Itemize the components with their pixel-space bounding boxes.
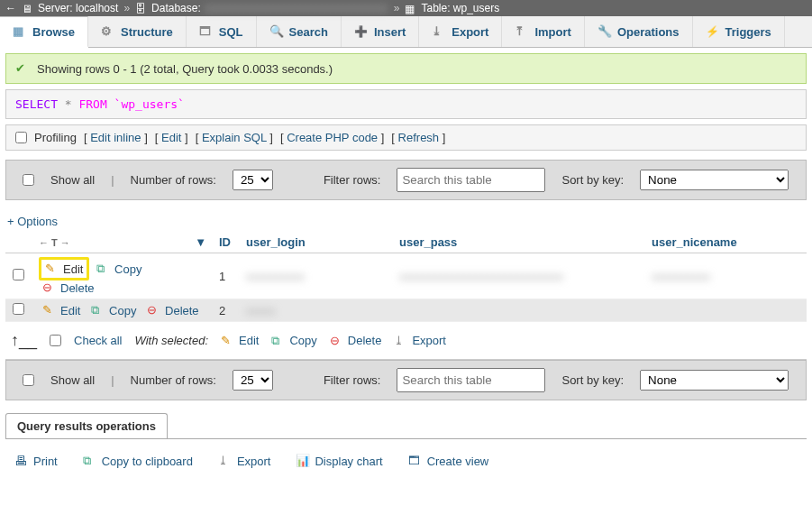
row-checkbox[interactable] xyxy=(13,303,24,315)
th-id[interactable]: ID xyxy=(212,232,239,253)
tab-structure[interactable]: Structure xyxy=(88,16,187,47)
show-all-label: Show all xyxy=(50,173,95,187)
breadcrumb-database[interactable]: 🗄 Database: xxxxxxxxxxxxxxxxxxxxxxxxxxxx… xyxy=(135,2,388,14)
profiling-checkbox[interactable] xyxy=(15,132,27,143)
tab-search[interactable]: Search xyxy=(257,16,342,47)
tabs: Browse Structure SQL Search Insert Expor… xyxy=(0,16,812,48)
options-toggle[interactable]: + Options xyxy=(5,211,807,232)
delete-icon xyxy=(147,303,161,317)
bulk-delete[interactable]: Delete xyxy=(330,334,382,348)
check-icon xyxy=(15,61,30,76)
th-user-nicename[interactable]: user_nicename xyxy=(644,232,807,253)
export-icon xyxy=(218,454,233,468)
tab-insert[interactable]: Insert xyxy=(342,16,419,47)
arrow-up-icon: ↑__ xyxy=(11,331,37,350)
num-rows-select[interactable]: 25 xyxy=(233,170,273,190)
edit-row-highlighted[interactable]: Edit xyxy=(39,257,89,280)
print-icon xyxy=(14,454,29,468)
breadcrumb-server[interactable]: 🖥 Server: localhost xyxy=(22,2,118,14)
copy-icon xyxy=(271,334,286,348)
table-row: Edit Copy Delete 2 xxxxx xyxy=(5,299,807,322)
create-php-link[interactable]: Create PHP code xyxy=(287,131,378,144)
insert-icon xyxy=(354,24,369,39)
show-all-checkbox[interactable] xyxy=(23,374,34,386)
create-view-button[interactable]: Create view xyxy=(408,454,489,468)
edit-inline-link[interactable]: Edit inline xyxy=(90,131,141,144)
th-user-login[interactable]: user_login xyxy=(239,232,392,253)
delete-icon xyxy=(42,280,57,295)
back-icon[interactable]: ← xyxy=(5,2,16,14)
breadcrumb-table[interactable]: ▦ Table: wp_users xyxy=(405,2,499,14)
sort-label: Sort by key: xyxy=(561,173,624,187)
filter-input[interactable] xyxy=(397,368,545,392)
num-rows-select[interactable]: 25 xyxy=(233,370,273,391)
breadcrumb-sep: » xyxy=(394,2,400,14)
pencil-icon xyxy=(221,334,235,348)
th-actions: ← T → ▼ xyxy=(32,232,212,253)
delete-row[interactable]: Delete xyxy=(39,280,98,295)
chart-icon xyxy=(296,454,310,468)
bulk-actions: ↑__ Check all With selected: Edit Copy D… xyxy=(5,322,807,360)
with-selected-label: With selected: xyxy=(135,334,209,347)
success-message: Showing rows 0 - 1 (2 total, Query took … xyxy=(5,53,807,84)
refresh-link[interactable]: Refresh xyxy=(398,131,440,144)
sort-key-select[interactable]: None xyxy=(640,370,789,391)
show-all-label: Show all xyxy=(50,373,95,387)
browse-icon xyxy=(13,24,27,39)
copy-row[interactable]: Copy xyxy=(93,262,145,276)
cell-user-nicename: xxxxxxxxxx xyxy=(652,270,710,283)
structure-icon xyxy=(101,24,115,39)
profiling-label: Profiling xyxy=(34,131,77,144)
explain-sql-link[interactable]: Explain SQL xyxy=(202,131,267,144)
copy-icon xyxy=(96,262,111,276)
edit-link[interactable]: Edit xyxy=(161,131,181,144)
show-all-checkbox[interactable] xyxy=(23,174,34,186)
triggers-icon xyxy=(706,24,720,39)
database-icon: 🗄 xyxy=(135,3,148,14)
sql-actions: Profiling [ Edit inline ] [ Edit ] [ Exp… xyxy=(5,124,807,151)
breadcrumb-sep: » xyxy=(123,2,130,14)
cell-user-login: xxxxxxxxxx xyxy=(246,270,305,283)
export-button[interactable]: Export xyxy=(218,454,271,468)
breadcrumb: ← 🖥 Server: localhost » 🗄 Database: xxxx… xyxy=(0,0,812,16)
view-icon xyxy=(408,454,423,468)
cell-id: 1 xyxy=(212,253,239,299)
cell-id: 2 xyxy=(212,299,239,322)
table-row: Edit Copy Delete 1 xxxxxxxxxx xxxxxxxxxx… xyxy=(5,253,807,299)
query-results-panel: Query results operations Print Copy to c… xyxy=(5,413,807,483)
copy-clipboard-button[interactable]: Copy to clipboard xyxy=(83,454,193,468)
copy-row[interactable]: Copy xyxy=(87,303,140,317)
print-button[interactable]: Print xyxy=(14,454,58,468)
check-all-link[interactable]: Check all xyxy=(74,334,122,347)
move-col-icons[interactable]: ← T → xyxy=(39,237,70,248)
tab-export[interactable]: Export xyxy=(419,16,502,47)
bulk-edit[interactable]: Edit xyxy=(221,334,259,348)
num-rows-label: Number of rows: xyxy=(131,173,216,187)
bulk-copy[interactable]: Copy xyxy=(271,334,316,348)
cell-user-login: xxxxx xyxy=(246,304,276,317)
pencil-icon xyxy=(45,262,59,276)
filter-input[interactable] xyxy=(397,168,545,192)
filter-label: Filter rows: xyxy=(324,373,381,387)
panel-title: Query results operations xyxy=(5,413,168,438)
tab-import[interactable]: Import xyxy=(502,16,584,47)
delete-icon xyxy=(330,334,344,348)
sort-desc-icon[interactable]: ▼ xyxy=(195,235,206,249)
edit-row[interactable]: Edit xyxy=(39,303,84,317)
tab-triggers[interactable]: Triggers xyxy=(693,16,785,47)
export-icon xyxy=(432,24,446,39)
tab-browse[interactable]: Browse xyxy=(0,16,88,48)
th-user-pass[interactable]: user_pass xyxy=(392,232,644,253)
copy-icon xyxy=(91,303,105,317)
row-checkbox[interactable] xyxy=(13,269,24,280)
delete-row[interactable]: Delete xyxy=(143,303,203,317)
tab-sql[interactable]: SQL xyxy=(187,16,257,47)
import-icon xyxy=(515,24,529,39)
controls-bottom: Show all | Number of rows: 25 Filter row… xyxy=(5,360,807,400)
bulk-export[interactable]: Export xyxy=(394,334,446,348)
check-all-checkbox[interactable] xyxy=(50,335,61,346)
sort-key-select[interactable]: None xyxy=(640,170,789,190)
controls-top: Show all | Number of rows: 25 Filter row… xyxy=(5,160,807,200)
tab-operations[interactable]: Operations xyxy=(585,16,693,47)
display-chart-button[interactable]: Display chart xyxy=(296,454,382,468)
